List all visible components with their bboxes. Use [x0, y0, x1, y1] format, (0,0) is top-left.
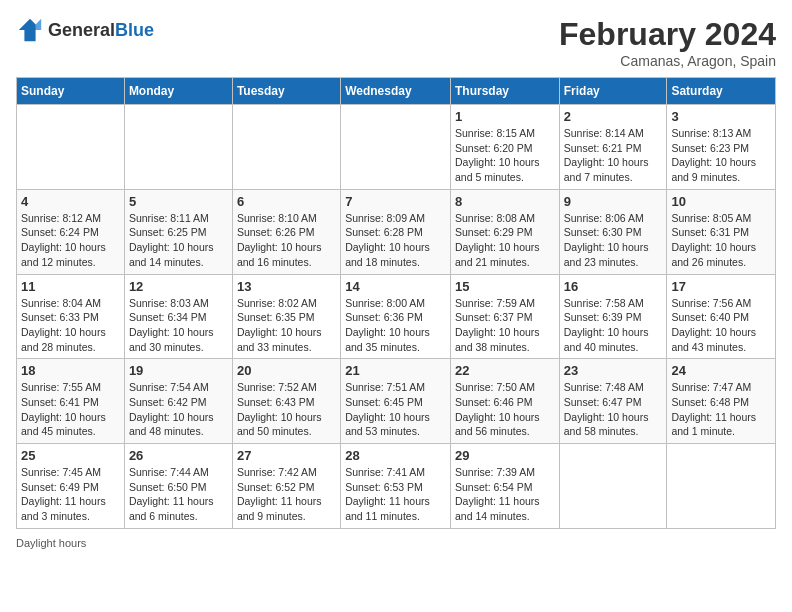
- day-info: Sunrise: 7:59 AMSunset: 6:37 PMDaylight:…: [455, 296, 555, 355]
- header-cell-sunday: Sunday: [17, 78, 125, 105]
- day-number: 4: [21, 194, 120, 209]
- day-number: 22: [455, 363, 555, 378]
- day-number: 25: [21, 448, 120, 463]
- day-cell: 6Sunrise: 8:10 AMSunset: 6:26 PMDaylight…: [232, 189, 340, 274]
- day-number: 23: [564, 363, 663, 378]
- day-cell: 8Sunrise: 8:08 AMSunset: 6:29 PMDaylight…: [450, 189, 559, 274]
- day-info: Sunrise: 8:08 AMSunset: 6:29 PMDaylight:…: [455, 211, 555, 270]
- logo: GeneralBlue: [16, 16, 154, 44]
- day-cell: 23Sunrise: 7:48 AMSunset: 6:47 PMDayligh…: [559, 359, 667, 444]
- day-info: Sunrise: 7:48 AMSunset: 6:47 PMDaylight:…: [564, 380, 663, 439]
- day-number: 26: [129, 448, 228, 463]
- week-row-2: 4Sunrise: 8:12 AMSunset: 6:24 PMDaylight…: [17, 189, 776, 274]
- day-number: 1: [455, 109, 555, 124]
- header-cell-friday: Friday: [559, 78, 667, 105]
- day-cell: [559, 444, 667, 529]
- svg-marker-1: [36, 19, 42, 30]
- logo-blue: Blue: [115, 20, 154, 40]
- week-row-3: 11Sunrise: 8:04 AMSunset: 6:33 PMDayligh…: [17, 274, 776, 359]
- day-info: Sunrise: 8:03 AMSunset: 6:34 PMDaylight:…: [129, 296, 228, 355]
- main-title: February 2024: [559, 16, 776, 53]
- header-cell-thursday: Thursday: [450, 78, 559, 105]
- day-cell: 13Sunrise: 8:02 AMSunset: 6:35 PMDayligh…: [232, 274, 340, 359]
- day-cell: 9Sunrise: 8:06 AMSunset: 6:30 PMDaylight…: [559, 189, 667, 274]
- day-info: Sunrise: 7:42 AMSunset: 6:52 PMDaylight:…: [237, 465, 336, 524]
- day-info: Sunrise: 7:56 AMSunset: 6:40 PMDaylight:…: [671, 296, 771, 355]
- day-number: 16: [564, 279, 663, 294]
- day-cell: 10Sunrise: 8:05 AMSunset: 6:31 PMDayligh…: [667, 189, 776, 274]
- day-cell: 2Sunrise: 8:14 AMSunset: 6:21 PMDaylight…: [559, 105, 667, 190]
- logo-icon: [16, 16, 44, 44]
- day-info: Sunrise: 8:00 AMSunset: 6:36 PMDaylight:…: [345, 296, 446, 355]
- day-number: 29: [455, 448, 555, 463]
- day-cell: 11Sunrise: 8:04 AMSunset: 6:33 PMDayligh…: [17, 274, 125, 359]
- logo-general: General: [48, 20, 115, 40]
- day-number: 18: [21, 363, 120, 378]
- day-cell: 3Sunrise: 8:13 AMSunset: 6:23 PMDaylight…: [667, 105, 776, 190]
- day-number: 12: [129, 279, 228, 294]
- calendar-table: SundayMondayTuesdayWednesdayThursdayFrid…: [16, 77, 776, 529]
- page-header: GeneralBlue February 2024 Camanas, Arago…: [16, 16, 776, 69]
- day-number: 15: [455, 279, 555, 294]
- day-number: 10: [671, 194, 771, 209]
- week-row-1: 1Sunrise: 8:15 AMSunset: 6:20 PMDaylight…: [17, 105, 776, 190]
- day-cell: 5Sunrise: 8:11 AMSunset: 6:25 PMDaylight…: [124, 189, 232, 274]
- header-row: SundayMondayTuesdayWednesdayThursdayFrid…: [17, 78, 776, 105]
- day-info: Sunrise: 8:11 AMSunset: 6:25 PMDaylight:…: [129, 211, 228, 270]
- day-info: Sunrise: 7:54 AMSunset: 6:42 PMDaylight:…: [129, 380, 228, 439]
- day-info: Sunrise: 7:52 AMSunset: 6:43 PMDaylight:…: [237, 380, 336, 439]
- day-cell: 16Sunrise: 7:58 AMSunset: 6:39 PMDayligh…: [559, 274, 667, 359]
- day-cell: 12Sunrise: 8:03 AMSunset: 6:34 PMDayligh…: [124, 274, 232, 359]
- day-number: 9: [564, 194, 663, 209]
- day-info: Sunrise: 7:51 AMSunset: 6:45 PMDaylight:…: [345, 380, 446, 439]
- day-number: 5: [129, 194, 228, 209]
- day-number: 28: [345, 448, 446, 463]
- day-cell: [232, 105, 340, 190]
- day-info: Sunrise: 8:15 AMSunset: 6:20 PMDaylight:…: [455, 126, 555, 185]
- day-number: 20: [237, 363, 336, 378]
- day-info: Sunrise: 7:55 AMSunset: 6:41 PMDaylight:…: [21, 380, 120, 439]
- day-number: 11: [21, 279, 120, 294]
- day-number: 13: [237, 279, 336, 294]
- day-cell: 1Sunrise: 8:15 AMSunset: 6:20 PMDaylight…: [450, 105, 559, 190]
- day-number: 7: [345, 194, 446, 209]
- day-info: Sunrise: 8:05 AMSunset: 6:31 PMDaylight:…: [671, 211, 771, 270]
- day-cell: [667, 444, 776, 529]
- day-number: 19: [129, 363, 228, 378]
- header-cell-saturday: Saturday: [667, 78, 776, 105]
- subtitle: Camanas, Aragon, Spain: [559, 53, 776, 69]
- day-info: Sunrise: 7:45 AMSunset: 6:49 PMDaylight:…: [21, 465, 120, 524]
- day-number: 3: [671, 109, 771, 124]
- day-number: 17: [671, 279, 771, 294]
- day-number: 8: [455, 194, 555, 209]
- day-info: Sunrise: 8:02 AMSunset: 6:35 PMDaylight:…: [237, 296, 336, 355]
- day-cell: 17Sunrise: 7:56 AMSunset: 6:40 PMDayligh…: [667, 274, 776, 359]
- day-cell: 7Sunrise: 8:09 AMSunset: 6:28 PMDaylight…: [341, 189, 451, 274]
- day-number: 6: [237, 194, 336, 209]
- day-cell: 25Sunrise: 7:45 AMSunset: 6:49 PMDayligh…: [17, 444, 125, 529]
- day-cell: 28Sunrise: 7:41 AMSunset: 6:53 PMDayligh…: [341, 444, 451, 529]
- day-info: Sunrise: 7:58 AMSunset: 6:39 PMDaylight:…: [564, 296, 663, 355]
- day-cell: 15Sunrise: 7:59 AMSunset: 6:37 PMDayligh…: [450, 274, 559, 359]
- day-cell: 21Sunrise: 7:51 AMSunset: 6:45 PMDayligh…: [341, 359, 451, 444]
- day-cell: [124, 105, 232, 190]
- day-info: Sunrise: 7:47 AMSunset: 6:48 PMDaylight:…: [671, 380, 771, 439]
- day-info: Sunrise: 7:39 AMSunset: 6:54 PMDaylight:…: [455, 465, 555, 524]
- day-cell: [17, 105, 125, 190]
- day-cell: [341, 105, 451, 190]
- day-cell: 27Sunrise: 7:42 AMSunset: 6:52 PMDayligh…: [232, 444, 340, 529]
- day-number: 27: [237, 448, 336, 463]
- week-row-4: 18Sunrise: 7:55 AMSunset: 6:41 PMDayligh…: [17, 359, 776, 444]
- day-cell: 18Sunrise: 7:55 AMSunset: 6:41 PMDayligh…: [17, 359, 125, 444]
- day-cell: 26Sunrise: 7:44 AMSunset: 6:50 PMDayligh…: [124, 444, 232, 529]
- day-cell: 22Sunrise: 7:50 AMSunset: 6:46 PMDayligh…: [450, 359, 559, 444]
- header-cell-wednesday: Wednesday: [341, 78, 451, 105]
- day-cell: 20Sunrise: 7:52 AMSunset: 6:43 PMDayligh…: [232, 359, 340, 444]
- header-cell-tuesday: Tuesday: [232, 78, 340, 105]
- day-info: Sunrise: 8:13 AMSunset: 6:23 PMDaylight:…: [671, 126, 771, 185]
- day-info: Sunrise: 8:14 AMSunset: 6:21 PMDaylight:…: [564, 126, 663, 185]
- day-number: 2: [564, 109, 663, 124]
- day-number: 21: [345, 363, 446, 378]
- day-cell: 19Sunrise: 7:54 AMSunset: 6:42 PMDayligh…: [124, 359, 232, 444]
- day-info: Sunrise: 7:50 AMSunset: 6:46 PMDaylight:…: [455, 380, 555, 439]
